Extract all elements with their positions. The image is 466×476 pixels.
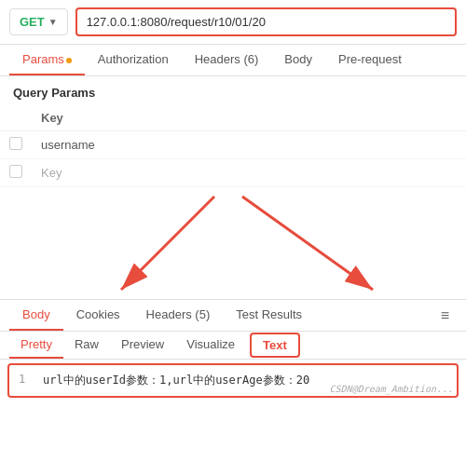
method-label: GET xyxy=(20,15,45,29)
tab-test-results[interactable]: Test Results xyxy=(223,300,315,331)
request-tabs: Params Authorization Headers (6) Body Pr… xyxy=(0,45,466,76)
tab-response-body[interactable]: Body xyxy=(9,300,63,331)
code-output-area: 1 url中的userId参数：1,url中的userAge参数：20 CSDN… xyxy=(7,363,459,398)
format-tab-pretty[interactable]: Pretty xyxy=(9,332,63,359)
svg-line-2 xyxy=(242,197,373,290)
svg-line-1 xyxy=(121,197,214,290)
row-key[interactable]: username xyxy=(32,131,466,159)
url-input-wrapper xyxy=(75,7,457,36)
format-tab-visualize[interactable]: Visualize xyxy=(175,332,246,359)
format-icon[interactable]: ≡ xyxy=(433,304,457,328)
watermark: CSDN@Dream_Ambition... xyxy=(330,384,453,394)
tab-authorization[interactable]: Authorization xyxy=(85,45,182,75)
key-col-header: Key xyxy=(32,105,466,131)
arrows-area xyxy=(0,187,466,299)
row-key-placeholder[interactable]: Key xyxy=(32,159,466,187)
row-checkbox[interactable] xyxy=(0,131,32,159)
top-bar: GET ▼ xyxy=(0,0,466,45)
annotation-arrows xyxy=(0,187,466,299)
format-tab-preview[interactable]: Preview xyxy=(110,332,175,359)
query-params-label: Query Params xyxy=(0,76,466,105)
tab-params[interactable]: Params xyxy=(9,45,85,75)
format-tab-text[interactable]: Text xyxy=(250,333,300,358)
tab-prerequest[interactable]: Pre-request xyxy=(325,45,415,75)
table-row: username xyxy=(0,131,466,159)
method-select[interactable]: GET ▼ xyxy=(9,8,68,35)
chevron-down-icon: ▼ xyxy=(48,17,58,27)
params-dot xyxy=(66,58,72,63)
tab-headers[interactable]: Headers (6) xyxy=(182,45,272,75)
page-wrapper: GET ▼ Params Authorization Headers (6) B… xyxy=(0,0,466,476)
format-tabs: Pretty Raw Preview Visualize Text xyxy=(0,332,466,360)
tab-response-headers[interactable]: Headers (5) xyxy=(133,300,224,331)
checkbox-col-header xyxy=(0,105,32,131)
code-content: url中的userId参数：1,url中的userAge参数：20 xyxy=(43,373,309,388)
line-number: 1 xyxy=(19,373,34,388)
tab-body[interactable]: Body xyxy=(271,45,325,75)
tab-cookies[interactable]: Cookies xyxy=(63,300,133,331)
response-tabs: Body Cookies Headers (5) Test Results ≡ xyxy=(0,300,466,332)
format-tab-raw[interactable]: Raw xyxy=(63,332,110,359)
url-input[interactable] xyxy=(75,7,457,36)
bottom-section: Body Cookies Headers (5) Test Results ≡ … xyxy=(0,299,466,398)
table-row: Key xyxy=(0,159,466,187)
row-checkbox[interactable] xyxy=(0,159,32,187)
params-table: Key username Key xyxy=(0,105,466,187)
